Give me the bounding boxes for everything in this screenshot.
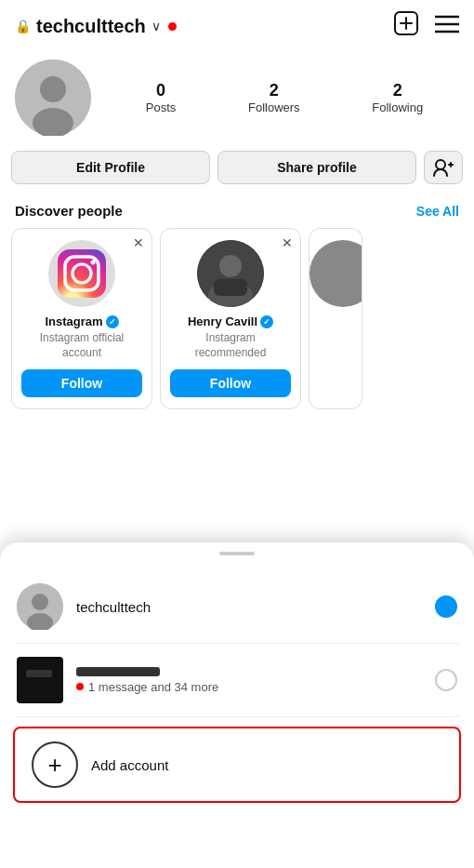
svg-point-9 [436,160,445,169]
svg-point-15 [91,260,96,265]
followers-stat[interactable]: 2 Followers [248,81,300,114]
following-label: Following [372,100,423,114]
suggestion-card-instagram: ✕ Instagram ✓ [11,228,152,409]
followers-count: 2 [270,81,279,100]
stats-row: 0 Posts 2 Followers 2 Following [110,81,459,114]
suggestion-card-henry: ✕ Henry Cavill ✓ Instagramrecommended Fo… [160,228,301,409]
svg-rect-19 [214,279,247,296]
discover-header: Discover people See All [0,199,474,228]
discover-title: Discover people [15,203,123,219]
hamburger-menu-icon[interactable] [435,13,459,39]
suggestions-scroll: ✕ Instagram ✓ [0,228,474,409]
add-post-icon[interactable] [394,11,418,41]
svg-point-21 [32,594,48,610]
see-all-link[interactable]: See All [416,204,459,219]
account-avatar-techculttech [17,583,63,630]
following-count: 2 [393,81,402,100]
posts-count: 0 [156,81,165,100]
add-account-label: Add account [91,757,168,773]
notification-line: 1 message and 34 more [76,680,422,694]
verified-icon-henry: ✓ [260,315,273,328]
henry-avatar [197,240,264,307]
notification-dot-second [76,683,84,690]
radio-selected-icon [435,595,457,618]
bottom-sheet: techculttech 1 message and 34 more + Add… [0,542,474,868]
account-row-techculttech[interactable]: techculttech [0,570,474,643]
close-henry-button[interactable]: ✕ [282,236,293,249]
account-info-second: 1 message and 34 more [76,667,422,694]
action-buttons: Edit Profile Share profile [0,151,474,199]
instagram-sub: Instagram officialaccount [40,331,125,360]
account-name-techculttech: techculttech [76,599,422,615]
add-account-row[interactable]: + Add account [13,727,461,803]
followers-label: Followers [248,100,300,114]
share-profile-button[interactable]: Share profile [217,151,416,184]
edit-profile-button[interactable]: Edit Profile [11,151,210,184]
add-account-icon: + [32,741,78,788]
verified-icon-instagram: ✓ [106,315,119,328]
account-row-second[interactable]: 1 message and 34 more [0,644,474,716]
chevron-down-icon[interactable]: ∨ [151,19,161,33]
top-bar-left: 🔒 techculttech ∨ [15,16,177,37]
top-bar-right [394,11,459,41]
instagram-name: Instagram ✓ [45,314,118,328]
add-person-button[interactable] [424,151,463,184]
posts-stat[interactable]: 0 Posts [146,81,177,114]
profile-section: 0 Posts 2 Followers 2 Following [0,52,474,151]
username-label: techculttech [36,16,146,37]
follow-instagram-button[interactable]: Follow [21,369,142,397]
notification-text: 1 message and 34 more [88,680,218,694]
suggestion-card-partial [309,228,362,409]
henry-sub: Instagramrecommended [195,331,267,360]
instagram-avatar [48,240,115,307]
divider-2 [15,716,459,717]
svg-point-7 [40,76,66,102]
following-stat[interactable]: 2 Following [372,81,423,114]
henry-name: Henry Cavill ✓ [188,314,273,328]
follow-henry-button[interactable]: Follow [170,369,291,397]
svg-point-17 [219,255,242,277]
lock-icon: 🔒 [15,19,31,33]
avatar [15,60,91,136]
account-name-bar [76,667,160,676]
notification-dot [168,22,177,31]
sheet-handle [219,552,255,555]
radio-unselected-icon [435,669,457,691]
partial-avatar [309,240,362,307]
posts-label: Posts [146,100,177,114]
top-bar: 🔒 techculttech ∨ [0,0,474,52]
account-thumbnail-second [17,657,63,703]
close-instagram-button[interactable]: ✕ [133,236,144,249]
